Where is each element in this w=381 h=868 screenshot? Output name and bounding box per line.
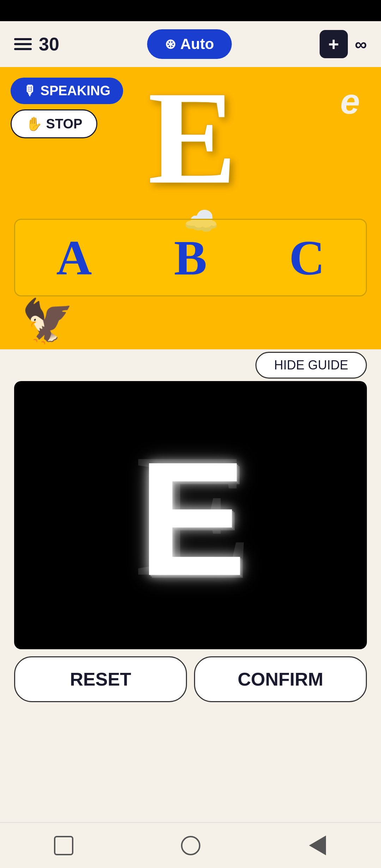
drawing-canvas[interactable]: E E bbox=[14, 381, 367, 649]
hide-guide-button[interactable]: HIDE GUIDE bbox=[255, 352, 367, 379]
nav-square-button[interactable] bbox=[51, 833, 76, 858]
small-letter-display: e bbox=[340, 81, 360, 122]
auto-label: Auto bbox=[180, 36, 214, 53]
circle-icon bbox=[181, 836, 200, 855]
reset-button[interactable]: RESET bbox=[14, 656, 187, 702]
hide-guide-area: HIDE GUIDE bbox=[0, 349, 381, 381]
score-label: 30 bbox=[39, 34, 59, 55]
bottom-nav bbox=[0, 822, 381, 868]
nav-back-button[interactable] bbox=[305, 833, 330, 858]
nav-home-button[interactable] bbox=[178, 833, 203, 858]
choice-a[interactable]: A bbox=[56, 229, 92, 286]
choice-c[interactable]: C bbox=[289, 229, 325, 286]
choice-b[interactable]: B bbox=[174, 229, 207, 286]
auto-icon: ⊛ bbox=[165, 36, 176, 52]
header-left: 30 bbox=[14, 34, 59, 55]
menu-button[interactable] bbox=[14, 38, 32, 50]
header: 30 ⊛ Auto + ∞ bbox=[0, 21, 381, 67]
square-icon bbox=[54, 836, 73, 855]
stop-button[interactable]: ✋ STOP bbox=[11, 109, 97, 138]
status-bar bbox=[0, 0, 381, 21]
character-decoration: 🦅 bbox=[21, 296, 74, 346]
triangle-icon bbox=[309, 836, 326, 855]
plus-button[interactable]: + bbox=[320, 30, 348, 58]
canvas-letter-drawn: E bbox=[138, 426, 243, 612]
speaking-button[interactable]: 🎙 SPEAKING bbox=[11, 78, 123, 104]
action-buttons: RESET CONFIRM bbox=[14, 656, 367, 702]
header-right: + ∞ bbox=[320, 30, 367, 58]
infinity-label: ∞ bbox=[355, 35, 367, 54]
choices-box: A B C bbox=[14, 219, 367, 296]
big-letter-display: E bbox=[147, 71, 233, 205]
auto-button[interactable]: ⊛ Auto bbox=[147, 29, 232, 59]
confirm-button[interactable]: CONFIRM bbox=[194, 656, 367, 702]
